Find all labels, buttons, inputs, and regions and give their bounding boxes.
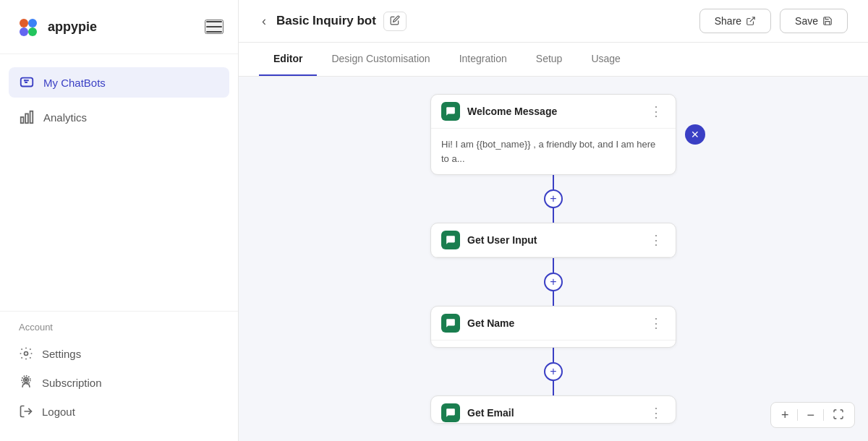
account-section: Account Settings Subscription Logout: [0, 311, 238, 441]
block-header-left-2: Get User Input: [441, 231, 537, 249]
block-header-left-4: Get Email: [441, 403, 514, 422]
block-get-name-header: Get Name ⋮: [431, 307, 676, 341]
connector-1: +: [544, 175, 563, 223]
connector-line-bottom-1: [553, 208, 554, 223]
nav-section: My ChatBots Analytics: [0, 54, 238, 311]
tab-editor[interactable]: Editor: [259, 43, 317, 76]
editor-canvas: Welcome Message ⋮ Hi! I am {{bot_name}} …: [239, 77, 868, 441]
svg-rect-0: [14, 13, 42, 40]
appypie-logo: [14, 13, 42, 40]
svg-rect-9: [30, 111, 33, 124]
edit-bot-name-button[interactable]: [383, 12, 407, 31]
block-get-name-content: Before we send your query to the concern…: [431, 341, 676, 348]
bot-name: Basic Inquiry bot: [276, 14, 376, 28]
block-get-name-menu[interactable]: ⋮: [647, 314, 665, 333]
save-icon: [822, 16, 833, 26]
chatbot-icon: [19, 74, 35, 90]
connector-line-top-3: [553, 348, 554, 362]
first-block-wrapper: Welcome Message ⋮ Hi! I am {{bot_name}} …: [430, 94, 676, 175]
save-label: Save: [795, 15, 818, 27]
connector-line-bottom-3: [553, 381, 554, 395]
logo-area: appypie: [14, 13, 97, 40]
settings-label: Settings: [42, 348, 81, 360]
block-get-email-title: Get Email: [467, 407, 514, 419]
share-button[interactable]: Share: [699, 9, 771, 33]
chatbots-label: My ChatBots: [43, 77, 106, 89]
hamburger-button[interactable]: [205, 20, 224, 34]
share-icon: [746, 16, 756, 26]
add-block-button-3[interactable]: +: [544, 362, 563, 381]
tab-bar: Editor Design Customisation Integration …: [239, 43, 868, 77]
svg-point-4: [28, 27, 37, 36]
sidebar-item-chatbots[interactable]: My ChatBots: [9, 67, 229, 98]
svg-point-3: [20, 27, 28, 36]
sidebar-item-logout[interactable]: Logout: [9, 398, 229, 425]
sidebar-item-analytics[interactable]: Analytics: [9, 102, 229, 132]
block-header-left: Welcome Message: [441, 102, 557, 121]
logout-label: Logout: [42, 406, 75, 418]
back-button[interactable]: ‹: [259, 11, 269, 32]
zoom-divider-2: [823, 409, 824, 421]
svg-rect-8: [25, 114, 28, 123]
block-welcome-header: Welcome Message ⋮: [431, 95, 676, 129]
zoom-divider: [797, 409, 798, 421]
zoom-controls: + −: [770, 402, 855, 428]
tab-usage[interactable]: Usage: [576, 43, 634, 76]
tab-design[interactable]: Design Customisation: [317, 43, 444, 76]
save-button[interactable]: Save: [780, 9, 848, 33]
add-block-button-1[interactable]: +: [544, 189, 563, 208]
tab-setup[interactable]: Setup: [522, 43, 577, 76]
close-button[interactable]: ✕: [685, 124, 705, 145]
block-user-input-icon: [441, 231, 460, 249]
block-user-input-menu[interactable]: ⋮: [647, 231, 665, 249]
sidebar-header: appypie: [0, 0, 238, 54]
block-user-input-content: How can I help you?: [431, 257, 676, 258]
subscription-label: Subscription: [42, 377, 102, 389]
block-get-email: Get Email ⋮: [430, 395, 676, 424]
sidebar: appypie My ChatBots Analytics Account: [0, 0, 239, 441]
block-welcome-content: Hi! I am {{bot_name}} , a friendly bot, …: [431, 129, 676, 174]
fullscreen-button[interactable]: [830, 407, 847, 423]
block-get-name-title: Get Name: [467, 317, 514, 329]
svg-point-6: [25, 80, 25, 81]
block-user-input: Get User Input ⋮ How can I help you?: [430, 223, 676, 258]
analytics-icon: [19, 109, 35, 125]
topbar-actions: Share Save: [699, 9, 848, 33]
edit-icon: [390, 15, 400, 25]
logo-text: appypie: [48, 20, 97, 35]
logout-icon: [19, 404, 33, 419]
block-user-input-title: Get User Input: [467, 234, 537, 246]
main-content: ‹ Basic Inquiry bot Share Save: [239, 0, 868, 441]
add-block-button-2[interactable]: +: [544, 273, 563, 291]
block-get-name: Get Name ⋮ Before we send your query to …: [430, 306, 676, 348]
topbar: ‹ Basic Inquiry bot Share Save: [239, 0, 868, 43]
connector-line-top-1: [553, 175, 554, 189]
block-welcome: Welcome Message ⋮ Hi! I am {{bot_name}} …: [430, 94, 676, 175]
zoom-in-button[interactable]: +: [778, 407, 792, 423]
block-get-email-menu[interactable]: ⋮: [647, 403, 665, 422]
tab-integration[interactable]: Integration: [445, 43, 522, 76]
analytics-label: Analytics: [43, 111, 87, 124]
connector-2: +: [544, 258, 563, 306]
connector-line-bottom-2: [553, 291, 554, 306]
settings-icon: [19, 346, 33, 361]
sidebar-item-settings[interactable]: Settings: [9, 340, 229, 367]
sidebar-item-subscription[interactable]: Subscription: [9, 369, 229, 396]
block-user-input-header: Get User Input ⋮: [431, 223, 676, 257]
connector-3: +: [544, 348, 563, 395]
block-get-email-icon: [441, 403, 460, 422]
zoom-out-button[interactable]: −: [804, 407, 817, 423]
block-welcome-icon: [441, 102, 460, 121]
block-welcome-title: Welcome Message: [467, 106, 557, 117]
share-label: Share: [715, 15, 741, 27]
block-get-name-icon: [441, 314, 460, 333]
block-get-email-header: Get Email ⋮: [431, 396, 676, 424]
bot-title-area: ‹ Basic Inquiry bot: [259, 11, 407, 32]
account-label: Account: [9, 322, 229, 340]
svg-point-1: [20, 19, 28, 27]
fullscreen-icon: [833, 408, 844, 420]
block-welcome-menu[interactable]: ⋮: [647, 102, 665, 121]
subscription-icon: [19, 375, 33, 390]
block-header-left-3: Get Name: [441, 314, 514, 333]
connector-line-top-2: [553, 258, 554, 273]
